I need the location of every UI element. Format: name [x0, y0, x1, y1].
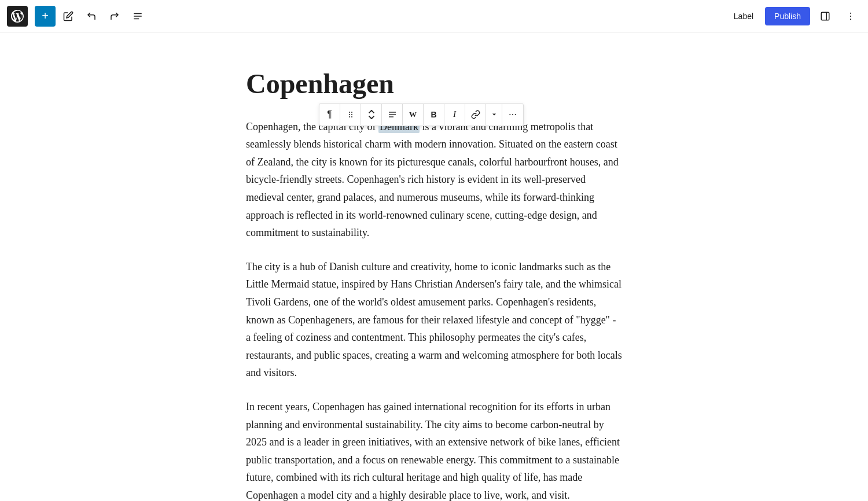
redo-button[interactable]	[104, 6, 125, 27]
label-button[interactable]: Label	[727, 8, 760, 24]
sidebar-toggle-button[interactable]	[815, 6, 836, 27]
wordpress-logo[interactable]	[7, 6, 28, 27]
svg-point-5	[850, 12, 851, 13]
more-rich-text-options-button[interactable]	[502, 104, 523, 125]
paragraph-2[interactable]: The city is a hub of Danish culture and …	[246, 258, 622, 382]
content-area: ¶ W B I	[0, 32, 868, 501]
svg-point-19	[515, 114, 516, 115]
publish-button[interactable]: Publish	[765, 7, 810, 25]
wikipedia-button[interactable]: W	[403, 104, 424, 125]
add-block-button[interactable]: +	[35, 6, 56, 27]
svg-point-17	[509, 114, 510, 115]
italic-button[interactable]: I	[444, 104, 465, 125]
more-options-button[interactable]	[840, 6, 861, 27]
svg-point-13	[351, 116, 352, 117]
svg-point-6	[850, 15, 851, 16]
svg-point-18	[512, 114, 513, 115]
bold-button[interactable]: B	[424, 104, 444, 125]
post-content[interactable]: Copenhagen, the capital city of Denmark …	[246, 118, 622, 501]
post-title[interactable]: Copenhagen	[246, 67, 622, 101]
svg-rect-3	[821, 12, 829, 20]
edit-button[interactable]	[58, 6, 79, 27]
drag-handle-button[interactable]	[340, 104, 361, 125]
paragraph-3[interactable]: In recent years, Copenhagen has gained i…	[246, 398, 622, 501]
svg-point-11	[351, 114, 352, 115]
svg-point-10	[349, 114, 350, 115]
undo-button[interactable]	[81, 6, 102, 27]
paragraph-1[interactable]: Copenhagen, the capital city of Denmark …	[246, 118, 622, 242]
editor-wrapper: ¶ W B I	[246, 67, 622, 466]
align-button[interactable]	[382, 104, 403, 125]
svg-point-12	[349, 116, 350, 117]
block-toolbar: ¶ W B I	[319, 103, 524, 126]
svg-point-8	[349, 112, 350, 113]
text-style-dropdown-button[interactable]	[486, 104, 502, 125]
document-overview-button[interactable]	[127, 6, 148, 27]
top-toolbar: + Label Publish	[0, 0, 868, 32]
link-button[interactable]	[465, 104, 486, 125]
move-up-down-button[interactable]	[361, 104, 382, 125]
block-type-button[interactable]: ¶	[319, 104, 340, 125]
svg-point-7	[850, 19, 851, 20]
svg-point-9	[351, 112, 352, 113]
toolbar-right: Label Publish	[727, 6, 861, 27]
